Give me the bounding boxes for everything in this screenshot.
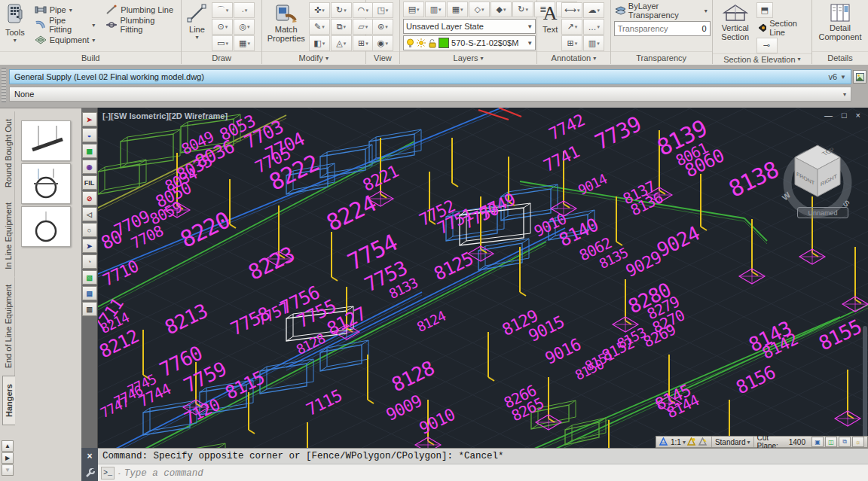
mini-tool-button[interactable]: ◧▾ (309, 35, 330, 51)
mini-tool-button[interactable]: ▦▾ (447, 2, 468, 17)
minimize-icon[interactable]: — (824, 111, 833, 120)
tab-hangers[interactable]: Hangers (2, 376, 15, 425)
toolbar-icon-button[interactable]: ⊘ (82, 191, 97, 205)
pipe-button[interactable]: Pipe▾ (33, 2, 97, 17)
plumbing-line-button[interactable]: Plumbing Line (104, 2, 178, 17)
mini-tool-button[interactable]: ☁▾ (583, 2, 604, 18)
toolbar-icon-button[interactable]: FIL (82, 175, 97, 190)
mini-tool-button[interactable]: ⌒▾ (212, 2, 233, 18)
command-prompt-row[interactable]: >_ - Type a command (98, 464, 868, 481)
match-properties-button[interactable]: Match Properties (265, 2, 307, 44)
panel-title-view[interactable]: View (366, 51, 399, 64)
toolbar-icon-button[interactable]: ➤ (82, 239, 97, 253)
secondary-drawing-bar[interactable]: None ▾ (9, 87, 851, 102)
mini-tool-button[interactable]: ▥▾ (583, 35, 604, 51)
panel-title-build[interactable]: Build (0, 51, 181, 64)
toolbar-icon-button[interactable]: ▤ (82, 286, 97, 300)
section-target-button[interactable]: ⊸ (756, 38, 778, 53)
mini-tool-button[interactable]: ◆▾ (491, 2, 512, 17)
toolbar-icon-button[interactable]: ▦ (82, 144, 97, 158)
tools-button[interactable]: Tools ▾ (3, 2, 27, 45)
layer-dropdown[interactable]: 570-S-Z1-02$0$M ▼ (403, 35, 536, 50)
mini-tool-button[interactable]: ▭▾ (212, 35, 233, 51)
toolbar-icon-button[interactable]: ◒ (82, 128, 97, 142)
wrench-icon[interactable] (85, 468, 95, 478)
viewcube-named-view[interactable]: Unnamed (797, 207, 848, 218)
scroll-up-button[interactable]: ▲ (2, 440, 14, 452)
panel-title-annotation[interactable]: Annotation▾ (537, 51, 610, 64)
pipe-fitting-button[interactable]: Pipe Fitting▾ (33, 17, 97, 32)
toolbar-icon-button[interactable]: ◉ (82, 160, 97, 174)
text-button[interactable]: A Text (540, 2, 560, 35)
mini-tool-button[interactable]: …▾ (583, 19, 604, 35)
mini-tool-button[interactable]: ⊙▾ (212, 19, 233, 35)
detail-component-button[interactable]: Detail Component (815, 2, 865, 43)
annotation-autoscale-icon[interactable] (698, 437, 708, 446)
mini-tool-button[interactable]: ⟷▾ (561, 2, 582, 18)
layer-state-dropdown[interactable]: Unsaved Layer State ▼ (403, 19, 536, 34)
toolbar-icon-button[interactable]: ◔ (82, 254, 97, 269)
mini-tool-button[interactable]: ◉▾ (372, 35, 393, 51)
drawing-bar-icon-button[interactable] (853, 70, 866, 84)
restore-icon[interactable]: □ (842, 111, 847, 120)
toolbar-icon-button[interactable]: ◁ (82, 207, 97, 221)
mini-tool-button[interactable]: ✜▾ (309, 2, 330, 18)
mini-tool-button[interactable]: ↻▾ (512, 2, 533, 17)
display-style-dropdown[interactable]: Standard ▾ (712, 437, 754, 447)
annotation-visibility-icon[interactable] (687, 437, 697, 446)
section-line-button[interactable]: Section Line (756, 20, 808, 35)
viewport-controls[interactable]: [-][SW Isometric][2D Wireframe] (102, 111, 228, 120)
tab-in-line-equipment[interactable]: In Line Equipment (2, 195, 15, 277)
close-icon[interactable]: × (856, 111, 860, 120)
plumbing-fitting-button[interactable]: Plumbing Fitting (104, 17, 178, 32)
tab-end-of-line-equipment[interactable]: End of Line Equipment (2, 277, 15, 376)
vertical-section-button[interactable]: Vertical Section (716, 2, 755, 43)
mini-tool-button[interactable]: ◇▾ (469, 2, 490, 17)
palette-item-ring-hanger[interactable] (21, 206, 71, 247)
mini-tool-button[interactable]: ▦▾ (234, 35, 255, 51)
toolbar-grip[interactable] (2, 68, 6, 102)
isolate-objects-button[interactable]: ▣ (811, 437, 824, 447)
mini-tool-button[interactable]: ⊚▾ (372, 19, 393, 35)
toolbar-icon-button[interactable]: ▧ (82, 270, 97, 285)
mini-tool-button[interactable]: ✎▾ (309, 19, 330, 35)
panel-title-draw[interactable]: Draw (182, 51, 261, 64)
canvas-scrollbar[interactable] (863, 326, 867, 439)
panel-title-details[interactable]: Details (812, 51, 868, 64)
bylayer-transparency-button[interactable]: ByLayer Transparency ▾ (614, 3, 709, 18)
toolbar-icon-button[interactable]: ○ (82, 223, 97, 237)
panel-title-layers[interactable]: Layers▾ (400, 51, 536, 64)
tab-round-bought-out[interactable]: Round Bought Out (2, 111, 15, 195)
palette-item-clevis-hanger[interactable] (21, 163, 71, 204)
annotation-scale-control[interactable]: 1:1 ▾ (656, 437, 712, 447)
palette-item-trapeze-hanger[interactable] (21, 120, 71, 161)
mini-tool-button[interactable]: ⧉▾ (331, 19, 352, 35)
mini-tool-button[interactable]: ▥▾ (425, 2, 446, 17)
mini-tool-button[interactable]: ◬▾ (331, 35, 352, 51)
scroll-right-button[interactable]: ▶ (2, 452, 14, 464)
surface-hatch-button[interactable]: ◫ (825, 437, 837, 447)
toolbar-icon-button[interactable]: ▥ (82, 302, 97, 316)
close-icon[interactable]: × (87, 451, 92, 461)
mini-tool-button[interactable]: ∙▾ (234, 2, 255, 18)
mini-tool-button[interactable]: ◎▾ (234, 19, 255, 35)
equipment-button[interactable]: Equipment▾ (33, 32, 97, 47)
layer-key-button[interactable]: ⧉ (839, 437, 851, 447)
mini-tool-button[interactable]: ↗▾ (561, 19, 582, 35)
line-button[interactable]: Line ▾ (185, 2, 209, 42)
active-drawing-bar[interactable]: General Supply (Level 02 Final working m… (9, 69, 851, 84)
light-glyph-button[interactable]: ☼ (852, 437, 864, 447)
section-cube-button[interactable]: ⬒ (756, 2, 773, 18)
mini-tool-button[interactable]: ◳▾ (372, 2, 393, 18)
scroll-down-button[interactable]: ▼ (2, 464, 14, 476)
mini-tool-button[interactable]: ↻▾ (331, 2, 352, 18)
mini-tool-button[interactable]: ▤▾ (403, 2, 424, 17)
cut-plane-control[interactable]: Cut Plane: 1400 (754, 437, 808, 447)
transparency-input[interactable]: Transparency 0 (614, 21, 711, 36)
panel-title-section[interactable]: Section & Elevation▾ (713, 53, 811, 64)
panel-title-transparency[interactable]: Transparency (611, 51, 712, 64)
toolbar-icon-button[interactable]: ➤ (82, 112, 97, 126)
drawing-canvas[interactable]: 8049805380368035803480507703770477058221… (98, 108, 868, 448)
command-input[interactable]: Type a command (124, 468, 203, 479)
mini-tool-button[interactable]: ⊞▾ (561, 35, 582, 51)
